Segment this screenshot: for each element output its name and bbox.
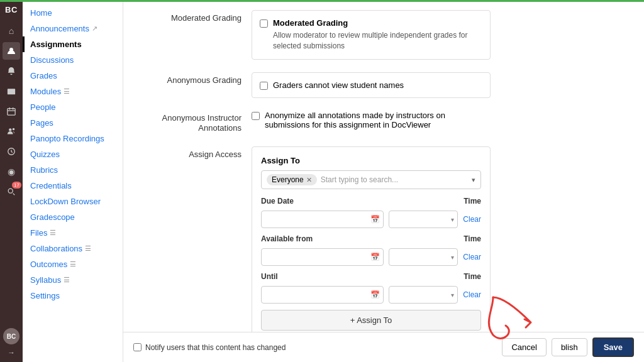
- until-inputs: 📅 ▾ Clear: [261, 286, 481, 304]
- available-time-label: Time: [464, 234, 481, 246]
- sidebar-item-modules[interactable]: Modules ☰: [23, 84, 123, 99]
- until-time-select[interactable]: [389, 286, 458, 304]
- until-time-input-wrap: ▾: [389, 286, 458, 304]
- add-assign-to-label: + Assign To: [350, 315, 392, 325]
- sidebar-item-outcomes[interactable]: Outcomes ☰: [23, 256, 123, 272]
- bottom-bar: Notify users that this content has chang…: [123, 332, 644, 362]
- files-icon: ☰: [50, 229, 56, 237]
- sidebar-item-announcements[interactable]: Announcements ↗: [23, 21, 123, 36]
- svg-rect-2: [8, 109, 15, 116]
- sidebar-item-rubrics[interactable]: Rubrics: [23, 162, 123, 178]
- sidebar-item-quizzes[interactable]: Quizzes: [23, 146, 123, 162]
- home-icon[interactable]: ⌂: [3, 22, 20, 40]
- main-content: Moderated Grading Moderated Grading Allo…: [123, 0, 644, 362]
- add-assign-to-button[interactable]: + Assign To: [261, 310, 481, 331]
- app-logo: BC: [5, 5, 18, 14]
- available-from-label: Available from: [261, 234, 313, 243]
- avatar-icon[interactable]: [3, 42, 20, 60]
- sidebar-item-files[interactable]: Files ☰: [23, 225, 123, 241]
- anonymous-grading-checkbox-label[interactable]: Graders cannot view student names: [260, 80, 482, 90]
- user-avatar[interactable]: BC: [3, 328, 19, 344]
- anon-instructor-row: Anonymous Instructor Annotations Anonymi…: [138, 111, 629, 134]
- anonymous-grading-label: Anonymous Grading: [138, 72, 252, 86]
- modules-icon: ☰: [64, 87, 70, 96]
- search-icon[interactable]: 17: [3, 183, 20, 200]
- sidebar-collapse-arrow[interactable]: →: [8, 348, 15, 357]
- clock-icon[interactable]: [3, 143, 20, 160]
- everyone-tag: Everyone ✕: [267, 174, 317, 185]
- sidebar-item-grades[interactable]: Grades: [23, 68, 123, 84]
- due-time-label: Time: [464, 197, 481, 208]
- calendar-icon[interactable]: [3, 102, 20, 120]
- moderated-grading-card: Moderated Grading Allow moderator to rev…: [252, 10, 491, 60]
- assign-access-row: Assign Access Assign To Everyone ✕ Start…: [138, 146, 629, 340]
- sidebar-item-syllabus[interactable]: Syllabus ☰: [23, 272, 123, 288]
- available-time-input-wrap: ▾: [389, 248, 458, 266]
- moderated-grading-row: Moderated Grading Moderated Grading Allo…: [138, 10, 629, 60]
- notify-row: Notify users that this content has chang…: [133, 343, 497, 352]
- available-time-select[interactable]: [389, 248, 458, 266]
- assign-access-box: Assign To Everyone ✕ Start typing to sea…: [252, 146, 491, 340]
- anonymous-grading-checkbox[interactable]: [260, 82, 268, 90]
- compass-icon[interactable]: ◉: [3, 163, 20, 180]
- anonymous-grading-content: Graders cannot view student names: [252, 72, 491, 98]
- until-row: Until Time 📅 ▾ Clear: [261, 272, 481, 304]
- moderated-grading-title: Moderated Grading: [273, 18, 482, 28]
- due-date-input[interactable]: [261, 211, 384, 228]
- until-time-label: Time: [464, 272, 481, 283]
- until-date-input[interactable]: [261, 286, 384, 304]
- bell-icon[interactable]: [3, 62, 20, 80]
- due-date-clear-link[interactable]: Clear: [463, 215, 481, 224]
- moderated-grading-desc: Allow moderator to review multiple indep…: [273, 30, 482, 52]
- sidebar-item-pages[interactable]: Pages: [23, 115, 123, 131]
- anon-instructor-text: Anonymize all annotations made by instru…: [265, 111, 491, 129]
- assign-chevron-icon: ▾: [472, 176, 475, 184]
- inbox-icon[interactable]: [3, 82, 20, 100]
- available-from-inputs: 📅 ▾ Clear: [261, 248, 481, 266]
- assign-to-select[interactable]: Everyone ✕ Start typing to search... ▾: [261, 170, 481, 189]
- sidebar: BC ⌂ ◉ 17 BC →: [0, 0, 23, 362]
- sidebar-item-lockdown[interactable]: LockDown Browser: [23, 194, 123, 209]
- anon-instructor-checkbox[interactable]: [252, 112, 260, 120]
- svg-point-3: [9, 128, 11, 131]
- anonymous-grading-text: Graders cannot view student names: [273, 80, 404, 90]
- anonymous-grading-card: Graders cannot view student names: [252, 72, 491, 98]
- anonymous-grading-row: Anonymous Grading Graders cannot view st…: [138, 72, 629, 98]
- people-icon[interactable]: [3, 123, 20, 140]
- anon-instructor-content: Anonymize all annotations made by instru…: [252, 111, 491, 129]
- due-date-row: Due Date Time 📅 ▾ Clear: [261, 197, 481, 228]
- bottom-actions: Cancel blish Save: [502, 337, 634, 357]
- until-clear-link[interactable]: Clear: [463, 290, 481, 299]
- notify-checkbox[interactable]: [133, 343, 142, 351]
- cancel-button[interactable]: Cancel: [502, 338, 546, 356]
- sidebar-item-collaborations[interactable]: Collaborations ☰: [23, 241, 123, 256]
- external-link-icon: ↗: [92, 25, 97, 33]
- sidebar-item-panopto[interactable]: Panopto Recordings: [23, 131, 123, 146]
- save-button[interactable]: Save: [592, 337, 634, 357]
- outcomes-icon: ☰: [70, 260, 76, 268]
- anon-instructor-checkbox-label[interactable]: Anonymize all annotations made by instru…: [252, 111, 491, 129]
- badge-count: 17: [12, 182, 21, 189]
- due-time-input-wrap: ▾: [389, 211, 458, 228]
- moderated-grading-checkbox[interactable]: [260, 19, 268, 28]
- tag-remove-icon[interactable]: ✕: [306, 176, 312, 184]
- assign-search-placeholder[interactable]: Start typing to search...: [321, 175, 472, 184]
- moderated-grading-checkbox-label[interactable]: Moderated Grading Allow moderator to rev…: [260, 18, 482, 52]
- until-label: Until: [261, 272, 278, 281]
- sidebar-item-discussions[interactable]: Discussions: [23, 52, 123, 68]
- due-time-select[interactable]: [389, 211, 458, 228]
- sidebar-item-assignments[interactable]: Assignments: [23, 36, 123, 52]
- nav-panel: Home Announcements ↗ Assignments Discuss…: [23, 0, 123, 362]
- svg-point-6: [8, 189, 13, 193]
- sidebar-item-people[interactable]: People: [23, 99, 123, 115]
- sidebar-item-home[interactable]: Home: [23, 5, 123, 21]
- sidebar-item-credentials[interactable]: Credentials: [23, 178, 123, 194]
- available-clear-link[interactable]: Clear: [463, 253, 481, 261]
- due-date-input-wrap: 📅: [261, 211, 384, 228]
- available-date-input-wrap: 📅: [261, 248, 384, 266]
- assign-access-content: Assign To Everyone ✕ Start typing to sea…: [252, 146, 491, 340]
- publish-button[interactable]: blish: [552, 338, 587, 356]
- sidebar-item-gradescope[interactable]: Gradescope: [23, 209, 123, 225]
- available-date-input[interactable]: [261, 248, 384, 266]
- sidebar-item-settings[interactable]: Settings: [23, 288, 123, 304]
